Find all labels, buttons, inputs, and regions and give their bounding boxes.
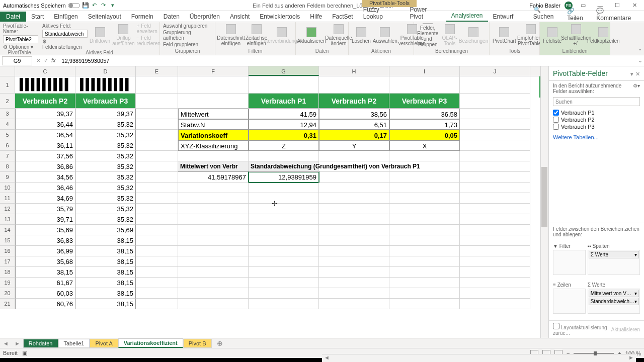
tab-data[interactable]: Daten — [158, 12, 185, 22]
cell[interactable] — [319, 204, 389, 214]
select-all-corner[interactable] — [0, 66, 15, 76]
col-header-G[interactable]: G — [249, 66, 319, 76]
cell[interactable]: 0,31 — [249, 130, 319, 140]
cell[interactable] — [460, 193, 530, 204]
header-p2b[interactable]: Verbrauch P2 — [319, 94, 389, 109]
taskpane-dropdown-icon[interactable]: ▾ — [630, 71, 633, 77]
row-header[interactable]: 1 — [0, 76, 15, 94]
row-header[interactable]: 16 — [0, 246, 15, 256]
cell[interactable] — [249, 288, 319, 299]
sheet-nav-prev-icon[interactable]: ◄ — [0, 340, 12, 346]
cell[interactable] — [136, 256, 178, 267]
cell[interactable] — [136, 94, 178, 109]
cell[interactable] — [136, 278, 178, 288]
cell[interactable] — [136, 161, 178, 172]
tab-developer[interactable]: Entwicklertools — [255, 12, 305, 22]
cell[interactable] — [319, 288, 389, 299]
cell[interactable]: 35,32 — [75, 140, 136, 151]
cell[interactable]: 38,15 — [75, 278, 136, 288]
header-p2[interactable]: Verbrauch P2 — [15, 94, 75, 109]
tab-factset[interactable]: FactSet — [327, 12, 358, 22]
cell[interactable] — [178, 193, 249, 204]
header-p3b[interactable]: Verbrauch P3 — [389, 94, 460, 109]
row-header[interactable]: 5 — [0, 130, 15, 140]
cell[interactable] — [319, 256, 389, 267]
cell[interactable] — [319, 172, 389, 183]
cell[interactable]: 39,37 — [75, 109, 136, 119]
cell[interactable] — [460, 140, 530, 151]
cell[interactable]: 0,05 — [389, 130, 460, 140]
cell[interactable]: 35,32 — [75, 172, 136, 183]
cell[interactable] — [389, 172, 460, 183]
cell[interactable]: Stabw.N — [178, 119, 249, 130]
cell[interactable]: Mittelwert — [178, 109, 249, 119]
cell[interactable] — [178, 225, 249, 235]
cell[interactable]: 41,59178967 — [178, 172, 249, 183]
cell[interactable] — [249, 214, 319, 225]
sheet-variationskoeff[interactable]: Variationskoeffizient — [118, 338, 183, 348]
buttons-toggle[interactable]: Schaltflächen +/- — [564, 23, 589, 47]
cell[interactable] — [389, 246, 460, 256]
cell[interactable]: 36,58 — [389, 109, 460, 119]
more-tables-link[interactable]: Weitere Tabellen... — [549, 132, 644, 142]
cell[interactable] — [136, 204, 178, 214]
tab-fuzzy[interactable]: Fuzzy Lookup — [358, 5, 405, 22]
cell[interactable]: 35,32 — [75, 193, 136, 204]
cell[interactable]: 12,94 — [249, 119, 319, 130]
name-box[interactable] — [2, 56, 32, 65]
formula-input[interactable] — [60, 56, 636, 65]
cell[interactable] — [136, 76, 178, 94]
cell[interactable]: 35,69 — [15, 225, 75, 235]
area-filter[interactable] — [553, 250, 586, 275]
tab-design[interactable]: Entwurf — [488, 12, 519, 22]
cell[interactable] — [249, 278, 319, 288]
cell[interactable] — [460, 204, 530, 214]
cell[interactable]: 6,51 — [319, 119, 389, 130]
cell[interactable] — [249, 76, 319, 94]
barcode-cell[interactable]: ▌▌▌▌▌▌▌▌▌ — [75, 76, 136, 94]
row-header[interactable]: 2 — [0, 94, 15, 109]
col-header-C[interactable]: C — [15, 66, 75, 76]
field-verbrauch-p1[interactable]: Verbrauch P1 — [553, 109, 640, 116]
pt-name-input[interactable] — [3, 35, 38, 43]
cell[interactable] — [136, 267, 178, 278]
barcode-cell[interactable]: ▌▌▌▌▌▌▌▌▌ — [15, 76, 75, 94]
cell[interactable]: 35,32 — [75, 130, 136, 140]
cell[interactable] — [460, 246, 530, 256]
cell[interactable]: 41,59 — [249, 109, 319, 119]
cell[interactable]: 38,15 — [75, 299, 136, 309]
worksheet-grid[interactable]: C D E F G H I J 1 ▌▌▌▌▌▌▌▌▌ ▌▌▌▌▌▌▌▌▌ 2 … — [0, 66, 548, 338]
cell[interactable] — [178, 214, 249, 225]
cell[interactable] — [249, 204, 319, 214]
cell[interactable] — [178, 267, 249, 278]
cell[interactable] — [389, 299, 460, 309]
row-header[interactable]: 10 — [0, 183, 15, 193]
cell[interactable] — [136, 225, 178, 235]
cell[interactable] — [249, 193, 319, 204]
cell[interactable]: 35,32 — [75, 161, 136, 172]
field-verbrauch-p2[interactable]: Verbrauch P2 — [553, 116, 640, 123]
field-search-input[interactable] — [553, 97, 640, 106]
values-chip-mittelwert[interactable]: Mittelwert von V…▾ — [589, 290, 639, 297]
cell[interactable]: 35,32 — [75, 204, 136, 214]
cell[interactable]: 38,15 — [75, 267, 136, 278]
cell[interactable] — [319, 235, 389, 246]
row-header[interactable]: 12 — [0, 204, 15, 214]
row-header[interactable]: 4 — [0, 119, 15, 130]
cell[interactable]: 34,56 — [15, 172, 75, 183]
cell[interactable]: 36,11 — [15, 140, 75, 151]
clear-button[interactable]: Löschen — [352, 23, 371, 47]
field-verbrauch-p3[interactable]: Verbrauch P3 — [553, 123, 640, 130]
cell[interactable] — [460, 119, 530, 130]
row-header[interactable]: 18 — [0, 267, 15, 278]
cell[interactable] — [249, 246, 319, 256]
cell[interactable]: 36,44 — [15, 119, 75, 130]
row-header[interactable]: 17 — [0, 256, 15, 267]
row-header[interactable]: 15 — [0, 235, 15, 246]
cell[interactable] — [389, 76, 460, 94]
col-header-H[interactable]: H — [319, 66, 389, 76]
sheet-rohdaten[interactable]: Rohdaten — [23, 339, 58, 348]
cell[interactable] — [389, 225, 460, 235]
cell[interactable] — [249, 256, 319, 267]
field-settings-button[interactable]: ⚙ Feldeinstellungen — [42, 39, 88, 50]
